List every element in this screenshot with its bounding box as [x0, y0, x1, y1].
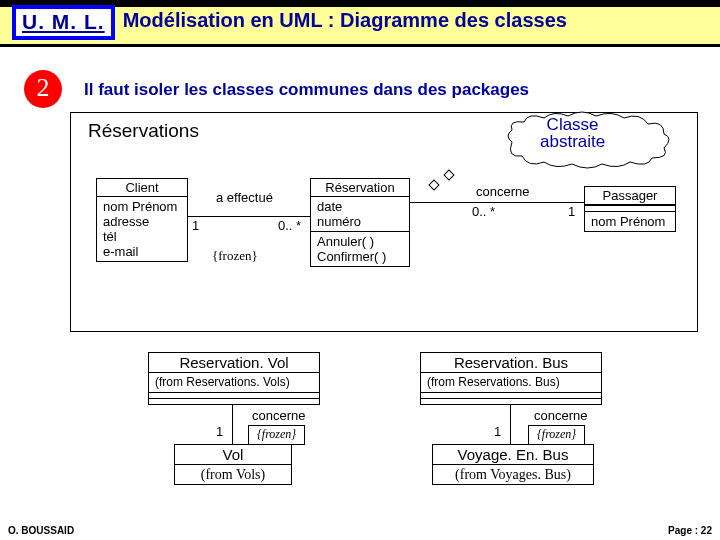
- reservation-attr: date: [317, 199, 403, 214]
- subtitle: Il faut isoler les classes communes dans…: [84, 80, 529, 100]
- class-client: Client nom Prénom adresse tél e-mail: [96, 178, 188, 262]
- class-resvol: Reservation. Vol (from Reservations. Vol…: [148, 352, 320, 405]
- logo-badge: U. M. L.: [12, 5, 115, 40]
- class-passager: Passager nom Prénom: [584, 186, 676, 232]
- class-resbus-from: (from Reservations. Bus): [421, 373, 601, 392]
- class-vol-from: (from Vols): [175, 465, 291, 484]
- class-vol-name: Vol: [175, 445, 291, 465]
- header: U. M. L. Modélisation en UML : Diagramme…: [0, 0, 720, 44]
- assoc-constraint-box: {frozen}: [528, 424, 585, 445]
- class-resbus: Reservation. Bus (from Reservations. Bus…: [420, 352, 602, 405]
- reservation-attr: numéro: [317, 214, 403, 229]
- assoc-mult-right: 1: [568, 204, 575, 219]
- cloud-callout: Classe abstraite: [500, 110, 676, 160]
- page-title: Modélisation en UML : Diagramme des clas…: [123, 9, 567, 32]
- assoc-line: [510, 404, 511, 444]
- client-attr: adresse: [103, 214, 181, 229]
- step-badge: 2: [24, 70, 62, 108]
- class-client-name: Client: [97, 179, 187, 197]
- class-resbus-name: Reservation. Bus: [421, 353, 601, 373]
- class-resvol-from: (from Reservations. Vols): [149, 373, 319, 392]
- assoc-constraint-box: {frozen}: [248, 424, 305, 445]
- class-vol: Vol (from Vols): [174, 444, 292, 485]
- client-attr: e-mail: [103, 244, 181, 259]
- package-label: Réservations: [78, 120, 209, 142]
- class-bus: Voyage. En. Bus (from Voyages. Bus): [432, 444, 594, 485]
- assoc-name: concerne: [252, 408, 305, 423]
- class-bus-from: (from Voyages. Bus): [433, 465, 593, 484]
- class-resvol-name: Reservation. Vol: [149, 353, 319, 373]
- assoc-line: [410, 202, 584, 203]
- assoc-mult: 1: [494, 424, 501, 439]
- footer-author: O. BOUSSAID: [8, 525, 74, 536]
- cloud-line1: Classe: [540, 116, 605, 133]
- assoc-constraint: {frozen}: [212, 248, 258, 264]
- assoc-mult-right: 0.. *: [278, 218, 301, 233]
- client-attr: tél: [103, 229, 181, 244]
- assoc-name: a effectué: [216, 190, 273, 205]
- footer-page: Page : 22: [668, 525, 712, 536]
- divider: [0, 44, 720, 47]
- reservation-method: Confirmer( ): [317, 249, 403, 264]
- cloud-line2: abstraite: [540, 133, 605, 150]
- assoc-name: concerne: [534, 408, 587, 423]
- class-passager-name: Passager: [585, 187, 675, 205]
- class-bus-name: Voyage. En. Bus: [433, 445, 593, 465]
- assoc-name: concerne: [476, 184, 529, 199]
- class-reservation-name: Réservation: [311, 179, 409, 197]
- class-reservation: Réservation date numéro Annuler( ) Confi…: [310, 178, 410, 267]
- client-attr: nom Prénom: [103, 199, 181, 214]
- assoc-mult-left: 1: [192, 218, 199, 233]
- assoc-mult: 1: [216, 424, 223, 439]
- assoc-mult-left: 0.. *: [472, 204, 495, 219]
- assoc-line: [232, 404, 233, 444]
- passager-attr: nom Prénom: [591, 214, 669, 229]
- assoc-line: [188, 216, 310, 217]
- footer: O. BOUSSAID Page : 22: [8, 525, 712, 536]
- reservation-method: Annuler( ): [317, 234, 403, 249]
